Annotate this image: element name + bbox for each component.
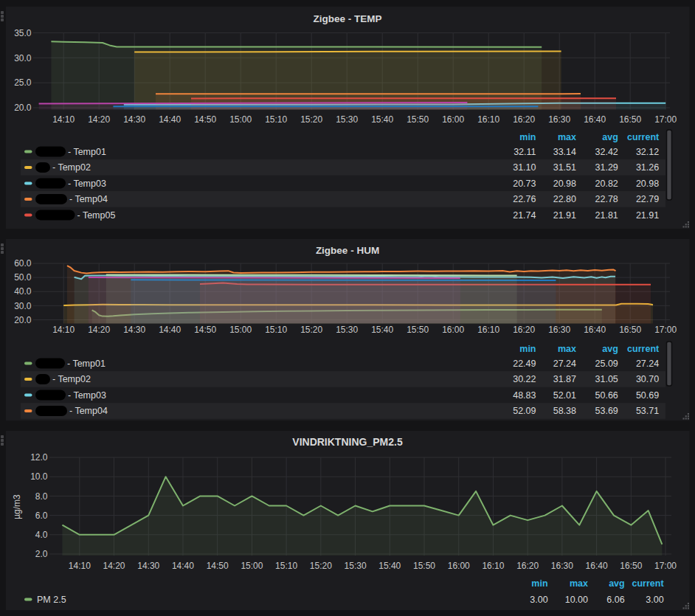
svg-text:15:10: 15:10: [265, 325, 287, 335]
svg-text:30.70: 30.70: [636, 374, 659, 384]
svg-text:- Temp04: - Temp04: [69, 194, 108, 204]
svg-text:48.83: 48.83: [513, 390, 536, 401]
svg-text:32.11: 32.11: [514, 147, 536, 157]
svg-text:10.00: 10.00: [565, 595, 588, 605]
svg-text:15:30: 15:30: [345, 561, 367, 571]
svg-text:16:10: 16:10: [482, 561, 504, 571]
svg-text:max: max: [558, 132, 576, 142]
svg-text:- Temp01: - Temp01: [68, 147, 106, 157]
svg-text:16:30: 16:30: [548, 325, 570, 335]
svg-text:3.00: 3.00: [646, 595, 663, 605]
svg-text:4.0: 4.0: [35, 530, 48, 540]
svg-text:33.14: 33.14: [553, 147, 576, 157]
svg-text:15:20: 15:20: [300, 114, 322, 125]
svg-text:32.42: 32.42: [595, 147, 618, 157]
svg-text:17:00: 17:00: [654, 325, 677, 335]
svg-text:14:40: 14:40: [172, 561, 194, 571]
svg-text:- Temp02: - Temp02: [52, 162, 91, 173]
svg-text:14:30: 14:30: [137, 561, 159, 571]
svg-text:15:20: 15:20: [300, 325, 322, 335]
svg-text:14:20: 14:20: [88, 114, 110, 125]
svg-text:16:00: 16:00: [442, 325, 464, 335]
svg-text:15:50: 15:50: [413, 561, 435, 571]
svg-text:avg: avg: [602, 344, 618, 354]
svg-text:16:00: 16:00: [448, 561, 470, 571]
svg-text:- Temp03: - Temp03: [68, 390, 106, 401]
svg-text:27.24: 27.24: [553, 359, 576, 369]
svg-text:14:20: 14:20: [88, 325, 110, 335]
svg-text:14:10: 14:10: [69, 561, 91, 571]
svg-text:35.0: 35.0: [14, 28, 32, 38]
svg-text:min: min: [519, 344, 536, 354]
svg-text:2.0: 2.0: [35, 549, 48, 559]
svg-text:15:20: 15:20: [310, 561, 332, 571]
svg-text:16:50: 16:50: [619, 325, 641, 335]
svg-text:50.0: 50.0: [14, 272, 32, 283]
svg-text:15:50: 15:50: [407, 325, 429, 335]
svg-text:15:00: 15:00: [229, 325, 252, 335]
svg-text:15:30: 15:30: [336, 325, 358, 335]
svg-text:15:30: 15:30: [336, 114, 358, 125]
svg-text:- Temp03: - Temp03: [68, 179, 106, 189]
svg-text:16:20: 16:20: [513, 325, 535, 335]
svg-text:VINDRIKTNING_PM2.5: VINDRIKTNING_PM2.5: [292, 436, 403, 448]
svg-text:15:10: 15:10: [275, 561, 297, 571]
svg-text:- Temp04: - Temp04: [69, 406, 108, 416]
svg-text:21.81: 21.81: [595, 210, 618, 221]
svg-text:31.26: 31.26: [636, 162, 659, 173]
svg-text:20.0: 20.0: [14, 315, 32, 325]
svg-text:16:40: 16:40: [584, 114, 606, 125]
svg-text:6.06: 6.06: [606, 595, 624, 605]
svg-text:min: min: [519, 132, 536, 142]
svg-text:16:10: 16:10: [477, 325, 499, 335]
svg-text:52.09: 52.09: [513, 406, 536, 416]
svg-text:min: min: [531, 578, 547, 589]
svg-text:max: max: [558, 344, 576, 354]
svg-text:10.0: 10.0: [30, 471, 48, 482]
svg-text:21.91: 21.91: [636, 210, 659, 221]
svg-text:53.69: 53.69: [595, 406, 618, 416]
svg-text:22.80: 22.80: [553, 194, 576, 204]
svg-text:16:40: 16:40: [584, 325, 606, 335]
svg-text:50.69: 50.69: [636, 390, 659, 401]
svg-text:20.98: 20.98: [553, 179, 576, 189]
svg-text:15:10: 15:10: [265, 114, 287, 125]
svg-text:avg: avg: [602, 132, 618, 142]
svg-text:Zigbee - HUM: Zigbee - HUM: [316, 245, 379, 256]
svg-text:30.22: 30.22: [513, 374, 536, 384]
svg-text:22.49: 22.49: [513, 359, 536, 369]
svg-text:21.74: 21.74: [513, 210, 536, 221]
svg-text:50.66: 50.66: [595, 390, 618, 401]
svg-text:15:40: 15:40: [378, 561, 401, 571]
svg-text:16:30: 16:30: [551, 561, 573, 571]
svg-text:31.05: 31.05: [595, 374, 618, 384]
svg-text:20.82: 20.82: [595, 179, 618, 189]
svg-text:14:30: 14:30: [123, 114, 145, 125]
svg-text:- Temp02: - Temp02: [52, 374, 91, 384]
svg-text:PM 2.5: PM 2.5: [37, 595, 66, 605]
svg-text:53.71: 53.71: [636, 406, 659, 416]
svg-text:16:20: 16:20: [516, 561, 539, 571]
svg-text:60.0: 60.0: [14, 258, 32, 269]
svg-text:14:40: 14:40: [159, 114, 181, 125]
svg-text:16:50: 16:50: [620, 561, 642, 571]
svg-text:current: current: [632, 578, 665, 589]
svg-text:40.0: 40.0: [14, 286, 32, 297]
svg-text:16:00: 16:00: [442, 114, 464, 125]
svg-text:6.0: 6.0: [35, 511, 48, 521]
svg-text:15:40: 15:40: [371, 325, 393, 335]
svg-text:31.51: 31.51: [553, 162, 576, 173]
svg-text:16:20: 16:20: [513, 114, 535, 125]
svg-text:max: max: [570, 578, 588, 589]
svg-text:25.0: 25.0: [14, 77, 32, 88]
svg-text:16:50: 16:50: [619, 114, 641, 125]
svg-text:31.87: 31.87: [553, 374, 576, 384]
svg-text:20.0: 20.0: [14, 103, 32, 113]
svg-text:14:50: 14:50: [194, 114, 216, 125]
svg-text:14:10: 14:10: [52, 114, 75, 125]
svg-text:- Temp05: - Temp05: [77, 210, 116, 221]
svg-text:15:00: 15:00: [229, 114, 252, 125]
svg-text:25.09: 25.09: [595, 359, 618, 369]
svg-text:14:50: 14:50: [194, 325, 216, 335]
svg-text:14:30: 14:30: [123, 325, 145, 335]
